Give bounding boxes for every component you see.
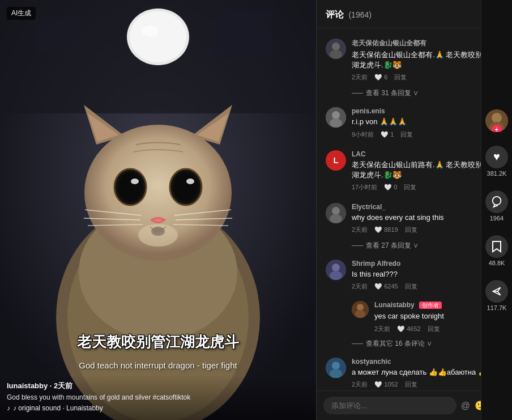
comment-username: kostyanchic xyxy=(352,358,503,366)
avatar xyxy=(326,358,346,378)
svg-point-40 xyxy=(330,214,342,223)
video-bottom: lunaistabby · 2天前 God bless you with mou… xyxy=(0,375,316,420)
comment-time: 2天前 xyxy=(374,325,390,333)
comment-time: 2天前 xyxy=(352,226,368,234)
svg-point-17 xyxy=(131,179,139,184)
view-replies[interactable]: 查看 31 条回复 ∨ xyxy=(352,88,503,98)
comment-body: Elyctrical_ why does every cat sing this… xyxy=(352,203,503,234)
comment-time: 2天前 xyxy=(352,282,368,291)
comment-time: 2天前 xyxy=(352,73,368,82)
reply-button[interactable]: 回复 xyxy=(428,325,440,333)
view-more-text[interactable]: 查看其它 16 条评论 ∨ xyxy=(366,339,432,349)
music-note-icon: ♪ xyxy=(7,404,10,412)
svg-point-42 xyxy=(332,264,340,271)
svg-point-53 xyxy=(493,196,501,205)
avatar xyxy=(326,260,346,280)
video-user-info: lunaistabby · 2天前 xyxy=(7,381,309,391)
like-action-button[interactable]: ♥ 381.2K xyxy=(485,146,508,177)
svg-point-16 xyxy=(173,172,198,202)
like-button[interactable]: 🤍 6245 xyxy=(374,283,398,290)
replies-dash xyxy=(352,245,363,246)
share-icon xyxy=(485,280,508,303)
view-replies[interactable]: 查看 27 条回复 ∨ xyxy=(352,241,503,251)
view-more-replies[interactable]: 查看其它 16 条评论 ∨ 隐藏 ∧ xyxy=(352,339,503,349)
avatar xyxy=(326,107,346,128)
creator-avatar: + xyxy=(485,109,508,132)
svg-rect-31 xyxy=(34,17,79,51)
comment-body: 老天保佑金山银山全都有 老天保佑金山银山全都有.🙏 老天教咬别管江湖龙虎斗.🐉🐯… xyxy=(352,39,503,82)
comment-meta: 9小时前 🤍 1 回复 xyxy=(352,130,503,139)
reply-button[interactable]: 回复 xyxy=(405,380,417,389)
comment-meta: 2天前 🤍 6 回复 xyxy=(352,73,503,82)
comment-meta: 17小时前 🤍 0 回复 xyxy=(352,183,503,192)
svg-point-36 xyxy=(332,111,340,119)
comment-username: LAC xyxy=(352,150,503,158)
comment-action-button[interactable]: 1964 xyxy=(485,190,508,222)
view-replies-text[interactable]: 查看 27 条回复 ∨ xyxy=(366,241,419,251)
svg-point-37 xyxy=(330,118,342,128)
comment-body: penis.enis r.i.p von 🙏🙏🙏 9小时前 🤍 1 回复 xyxy=(352,107,503,138)
music-info: ♪ ♪ original sound · Lunaistabby xyxy=(7,404,309,412)
comment-username: Elyctrical_ xyxy=(352,203,503,211)
comment-username: penis.enis xyxy=(352,107,503,115)
like-button[interactable]: 🤍 8819 xyxy=(374,226,398,234)
comment-meta: 2天前 🤍 1052 回复 xyxy=(352,380,503,389)
view-replies-text[interactable]: 查看 31 条回复 ∨ xyxy=(366,88,419,98)
share-action-button[interactable]: 117.7K xyxy=(485,280,508,311)
comment-username: Shrimp Alfredo xyxy=(352,260,503,268)
reply-button[interactable]: 回复 xyxy=(405,226,417,234)
avatar xyxy=(352,301,369,318)
follow-button[interactable]: + xyxy=(485,109,508,132)
comment-text: why does every cat sing this xyxy=(352,213,503,223)
avatar xyxy=(326,39,346,59)
share-count: 117.7K xyxy=(487,304,507,311)
comment-time: 2天前 xyxy=(352,380,368,389)
at-icon[interactable]: @ xyxy=(461,401,470,411)
bookmark-action-button[interactable]: 48.8K xyxy=(485,235,508,266)
action-sidebar: + ♥ 381.2K 1964 48.8K 117.7K xyxy=(481,0,512,420)
svg-point-15 xyxy=(118,172,143,202)
svg-point-48 xyxy=(332,362,340,370)
reply-button[interactable]: 回复 xyxy=(404,183,416,192)
comment-time: 9小时前 xyxy=(352,130,374,139)
ai-badge: AI生成 xyxy=(7,7,36,20)
comment-text: Is this real??? xyxy=(352,269,503,279)
comment-meta: 2天前 🤍 8819 回复 xyxy=(352,226,503,234)
svg-point-34 xyxy=(330,50,342,59)
reply-button[interactable]: 回复 xyxy=(405,282,417,291)
subtitle-cn: 老天教咬别管江湖龙虎斗 xyxy=(77,332,239,352)
music-text: ♪ original sound · Lunaistabby xyxy=(13,404,103,412)
svg-point-49 xyxy=(330,369,342,378)
like-button[interactable]: 🤍 0 xyxy=(384,184,397,191)
reply-button[interactable]: 回复 xyxy=(394,73,407,82)
like-button[interactable]: 🤍 6 xyxy=(374,74,387,81)
subtitle-en: God teach not interrupt dragon - tiger f… xyxy=(79,360,237,370)
comment-input[interactable] xyxy=(323,397,456,414)
follow-plus-icon: + xyxy=(492,125,502,132)
like-button[interactable]: 🤍 1 xyxy=(381,131,394,138)
like-count: 381.2K xyxy=(487,170,507,177)
comment-text: 老天保佑金山银山全都有.🙏 老天教咬别管江湖龙虎斗.🐉🐯 xyxy=(352,50,503,70)
svg-point-33 xyxy=(332,43,340,50)
comments-title: 评论 (1964) xyxy=(326,9,372,21)
like-button[interactable]: 🤍 1052 xyxy=(374,381,398,388)
bookmark-icon xyxy=(485,235,508,258)
svg-rect-30 xyxy=(215,11,272,57)
creator-badge: 创作者 xyxy=(419,302,442,309)
video-description: God bless you with mountains of gold and… xyxy=(7,393,309,401)
comment-icon xyxy=(485,190,508,213)
comment-count: 1964 xyxy=(490,215,504,222)
comment-username: 老天保佑金山银山全都有 xyxy=(352,39,503,48)
like-button[interactable]: 🤍 4652 xyxy=(397,325,421,333)
heart-icon: ♥ xyxy=(485,146,508,168)
comment-text: r.i.p von 🙏🙏🙏 xyxy=(352,117,503,127)
reply-button[interactable]: 回复 xyxy=(400,130,413,139)
comment-time: 17小时前 xyxy=(352,183,377,192)
comment-body: LAC 老天保佑金山银山前路有.🙏 老天教咬别管江湖龙虎斗.🐉🐯 17小时前 🤍… xyxy=(352,150,503,192)
replies-dash xyxy=(352,93,363,94)
avatar: L xyxy=(326,150,346,171)
svg-point-51 xyxy=(492,113,502,123)
comment-text: 老天保佑金山银山前路有.🙏 老天教咬别管江湖龙虎斗.🐉🐯 xyxy=(352,160,503,180)
svg-point-29 xyxy=(138,224,178,247)
svg-point-45 xyxy=(357,304,364,311)
